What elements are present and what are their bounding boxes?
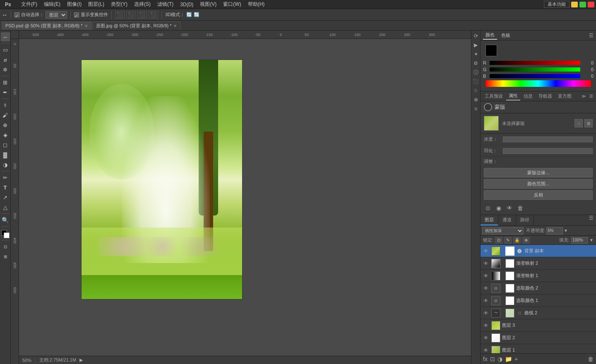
color-panel-menu[interactable]: ☰ — [589, 33, 594, 38]
settings-strip-btn[interactable]: ⚙ — [472, 60, 480, 67]
transform-checkbox[interactable]: ✓ — [74, 12, 79, 17]
feather-slider[interactable] — [503, 148, 593, 154]
clone-tool-btn[interactable]: ⊕ — [1, 120, 10, 129]
status-arrow[interactable]: ▶ — [79, 357, 83, 363]
play-strip-btn[interactable]: ▶ — [472, 41, 480, 49]
add-adjustment-btn[interactable]: ◑ — [497, 356, 502, 362]
delete-layer-btn[interactable]: 🗑 — [588, 356, 594, 362]
align-icon-3[interactable]: ⬛ — [137, 11, 147, 19]
auto-select-dropdown[interactable]: 图层 组 — [46, 11, 67, 19]
mask-apply-icon[interactable]: ⊙ — [484, 204, 492, 212]
align-icon-2[interactable]: ⬛ — [126, 11, 136, 19]
menu-select[interactable]: 选择(S) — [131, 1, 154, 8]
layer-item-curves2[interactable]: 👁 〜 ⛓ 曲线 2 — [481, 307, 596, 319]
tab-layers[interactable]: 图层 — [481, 215, 498, 225]
layer-visibility-btn[interactable]: 👁 — [482, 347, 490, 354]
layer-fx-btn[interactable]: fx — [483, 356, 488, 362]
menu-help[interactable]: 帮助(H) — [245, 1, 268, 8]
minimize-button[interactable] — [571, 2, 578, 7]
path-select-btn[interactable]: ↗ — [1, 193, 10, 202]
tab-paths[interactable]: 路径 — [516, 215, 534, 225]
info-strip-btn[interactable]: ⓘ — [472, 69, 480, 76]
mask-eye-icon[interactable]: 👁 — [505, 204, 514, 212]
workspace-label[interactable]: 基本功能 — [544, 1, 570, 8]
layer-visibility-btn[interactable]: 👁 — [482, 334, 490, 342]
menu-filter[interactable]: 滤镜(T) — [154, 1, 177, 8]
tab-color[interactable]: 颜色 — [483, 31, 497, 40]
layer-group-btn[interactable]: 📁 — [505, 356, 512, 362]
maximize-button[interactable] — [579, 2, 586, 7]
align-icon-4[interactable]: ⬛ — [149, 11, 158, 19]
shape-tool-btn[interactable]: △ — [1, 203, 10, 212]
tab-jpg[interactable]: 原图.jpg @ 50% (背景 副本, RGB/8) * ✕ — [92, 22, 180, 30]
layer-item-selective1[interactable]: 👁 ⊟ 选取颜色 1 — [481, 295, 596, 307]
auto-select-checkbox[interactable]: ✓ — [14, 12, 19, 17]
gradient-btn[interactable]: ▓ — [1, 150, 10, 159]
tab-swatches[interactable]: 色板 — [499, 31, 513, 39]
crop-tool-btn[interactable]: ⊞ — [1, 78, 10, 87]
eraser-btn[interactable]: ◻ — [1, 140, 10, 149]
lasso-tool-btn[interactable]: ⌀ — [1, 55, 10, 64]
history-strip-btn[interactable]: ⟳ — [472, 32, 480, 40]
layer-item-gradient1[interactable]: 👁 渐变映射 1 — [481, 270, 596, 282]
tab-psd-close[interactable]: ✕ — [84, 24, 88, 28]
zoom-btn[interactable]: 🔍 — [1, 216, 10, 225]
healing-tool-btn[interactable]: ⚕ — [1, 101, 10, 110]
menu-type[interactable]: 类型(Y) — [108, 1, 131, 8]
layer-item-bg-copy[interactable]: 👁 背景 副本 — [481, 245, 596, 257]
blue-slider[interactable] — [490, 74, 580, 78]
quick-mask-btn[interactable]: ⊡ — [1, 242, 10, 251]
layer-item-layer3[interactable]: 👁 图层 3 — [481, 319, 596, 332]
menu-window[interactable]: 窗口(W) — [220, 1, 244, 8]
menu-3d[interactable]: 3D(D) — [177, 2, 197, 7]
background-color[interactable] — [4, 232, 10, 238]
expand-icon[interactable]: ≫ — [580, 93, 587, 100]
invert-btn[interactable]: 反相 — [484, 190, 593, 200]
layer-visibility-btn[interactable]: 👁 — [482, 297, 490, 304]
tab-tool-preset[interactable]: 工具预设 — [482, 92, 505, 100]
layers-panel-menu[interactable]: ☰ — [586, 215, 596, 225]
menu-icon[interactable]: ☰ — [588, 93, 594, 100]
layer-item-gradient2[interactable]: 👁 渐变映射 2 — [481, 257, 596, 270]
layer-item-layer2[interactable]: 👁 图层 2 — [481, 332, 596, 344]
mask-preview-thumb[interactable] — [484, 116, 499, 131]
color-range-btn[interactable]: 颜色范围... — [484, 179, 593, 189]
gear-strip-btn[interactable]: ☆ — [472, 87, 480, 94]
move-tool-btn[interactable]: ↔ — [1, 32, 10, 41]
density-slider[interactable] — [503, 136, 593, 142]
layer-item-layer1[interactable]: 👁 图层 1 — [481, 344, 596, 353]
mask-edge-btn[interactable]: 蒙版边缘... — [484, 168, 593, 177]
magic-wand-btn[interactable]: ✲ — [1, 65, 10, 74]
layer-visibility-btn[interactable]: 👁 — [482, 285, 490, 292]
menu-view[interactable]: 视图(V) — [197, 1, 220, 8]
tab-channels[interactable]: 通道 — [498, 215, 516, 225]
canvas-content[interactable] — [19, 39, 471, 356]
brush-strip-btn[interactable]: ⊕ — [472, 96, 480, 103]
type-tool-btn[interactable]: T — [1, 183, 10, 192]
tab-navigator[interactable]: 导航器 — [536, 92, 555, 100]
color-preview-swatch[interactable] — [485, 45, 497, 56]
tab-info[interactable]: 信息 — [521, 92, 535, 100]
new-layer-btn[interactable]: + — [514, 356, 518, 362]
tab-psd[interactable]: PSD.psd @ 50% (背景 副本, RGB/8) * ✕ — [2, 22, 91, 30]
lock-artboard-btn[interactable]: ⊕ — [522, 237, 530, 244]
brush-tool-btn[interactable]: 🖌 — [1, 110, 10, 120]
layer-visibility-btn[interactable]: 👁 — [482, 247, 490, 255]
opacity-arrow[interactable]: ▼ — [564, 228, 568, 233]
layer-item-selective2[interactable]: 👁 ⊟ 选取颜色 2 — [481, 282, 596, 295]
layer-visibility-btn[interactable]: 👁 — [482, 309, 490, 317]
eyedropper-tool-btn[interactable]: ✒ — [1, 88, 10, 97]
tab-jpg-close[interactable]: ✕ — [173, 24, 177, 28]
layer-visibility-btn[interactable]: 👁 — [482, 272, 490, 280]
mask-delete-icon[interactable]: 🗑 — [516, 204, 524, 212]
fill-arrow[interactable]: ▼ — [589, 238, 594, 242]
menu-edit[interactable]: 编辑(E) — [41, 1, 64, 8]
tab-properties[interactable]: 属性 — [506, 92, 520, 101]
marquee-tool-btn[interactable]: ▭ — [1, 45, 10, 54]
tab-histogram[interactable]: 直方图 — [555, 92, 574, 100]
blend-mode-dropdown[interactable]: 线性加深 正常 溶解 变暗 正片叠底 — [482, 227, 524, 235]
dodge-btn[interactable]: ◑ — [1, 160, 10, 169]
mask-disable-icon[interactable]: ◉ — [495, 204, 503, 212]
layer-visibility-btn[interactable]: 👁 — [482, 260, 490, 267]
extra-strip-btn[interactable]: ≡ — [472, 105, 480, 113]
